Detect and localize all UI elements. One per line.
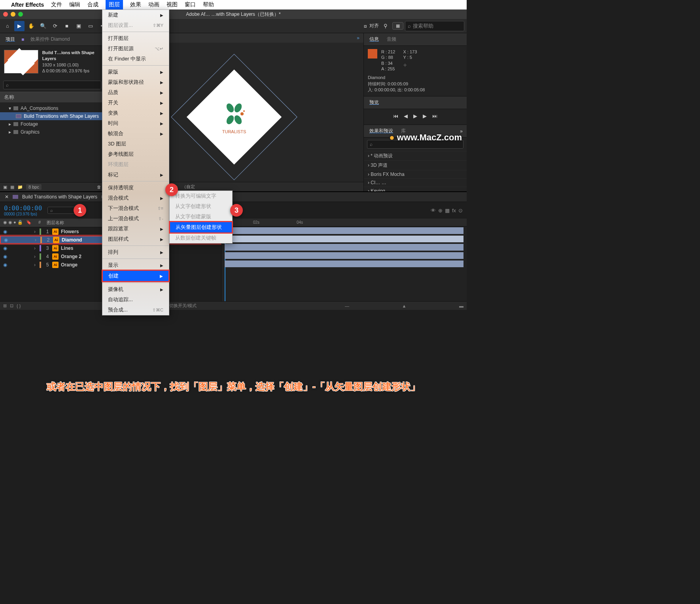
next-frame-icon[interactable]: ▶: [423, 113, 427, 119]
preset-item[interactable]: › Boris FX Mocha: [364, 170, 467, 178]
prev-frame-icon[interactable]: ◀: [404, 113, 408, 119]
folder-graphics[interactable]: ▸ Graphics: [0, 128, 104, 136]
orbit-tool[interactable]: ⟳: [50, 21, 60, 31]
close-button[interactable]: [3, 12, 8, 17]
menu-item-guide-layer[interactable]: 参考线图层: [102, 149, 169, 159]
submenu-shapes-from-vector[interactable]: 从矢量图层创建形状: [169, 221, 233, 233]
menu-item-mask[interactable]: 蒙版▶: [102, 67, 169, 77]
menu-item-next-blend[interactable]: 下一混合模式⇧=: [102, 203, 169, 213]
menu-item-open-layer[interactable]: 打开图层: [102, 33, 169, 43]
bpc-chip[interactable]: 8 bpc: [26, 184, 42, 190]
first-frame-icon[interactable]: ⏮: [393, 113, 398, 119]
graph-icon[interactable]: ⊙: [458, 208, 463, 213]
menu-item-3d-layer[interactable]: 3D 图层: [102, 139, 169, 149]
menu-view[interactable]: 视图: [166, 1, 178, 8]
menu-item-arrange[interactable]: 排列▶: [102, 247, 169, 257]
close-tab-icon[interactable]: ✕: [5, 194, 9, 200]
menu-item-markers[interactable]: 标记▶: [102, 170, 169, 180]
menu-item-camera[interactable]: 摄像机▶: [102, 284, 169, 294]
menu-item-autotrace[interactable]: 自动追踪...: [102, 294, 169, 305]
shy-icon[interactable]: 👁: [431, 208, 436, 213]
menu-item-layer-styles[interactable]: 图层样式▶: [102, 234, 169, 244]
toggle-switches-icon[interactable]: ⊞: [3, 303, 7, 308]
tab-effect-controls[interactable]: 效果控件 Diamond: [29, 35, 71, 43]
layer-bar[interactable]: [225, 236, 464, 242]
menu-edit[interactable]: 编辑: [69, 1, 80, 8]
layer-bar[interactable]: [225, 227, 464, 234]
menu-item-track-matte[interactable]: 跟踪遮罩▶: [102, 224, 169, 234]
hand-tool[interactable]: ✋: [26, 21, 36, 31]
composition-item[interactable]: Build Transitions with Shape Layers: [0, 112, 104, 120]
snap-icon[interactable]: ⧈: [364, 23, 367, 29]
visibility-toggle[interactable]: ◉: [4, 237, 11, 243]
preset-item[interactable]: › CI… …: [364, 178, 467, 187]
tab-project[interactable]: 项目: [4, 35, 17, 43]
help-search[interactable]: ⌕ 搜索帮助: [405, 21, 464, 31]
workspace-button[interactable]: ▦: [392, 22, 403, 30]
composition-thumbnail[interactable]: [4, 50, 38, 74]
menu-composition[interactable]: 合成: [87, 1, 98, 8]
visibility-toggle[interactable]: ◉: [3, 229, 10, 234]
minimize-button[interactable]: [11, 12, 15, 17]
fx-icon[interactable]: fx: [452, 208, 456, 213]
preset-item[interactable]: › * 动画预设: [364, 151, 467, 160]
menu-item-quality[interactable]: 品质▶: [102, 87, 169, 98]
selection-tool[interactable]: ▶: [14, 21, 25, 31]
project-search[interactable]: ⌕: [3, 81, 101, 89]
new-folder-icon[interactable]: 📁: [17, 185, 23, 190]
tab-preview[interactable]: 预览: [368, 98, 380, 107]
menu-item-transform[interactable]: 变换▶: [102, 108, 169, 118]
play-icon[interactable]: ▶: [413, 113, 417, 119]
timeline-tracks[interactable]: 02s 04s: [221, 219, 467, 301]
menu-effect[interactable]: 效果: [130, 1, 141, 8]
search-tool-icon[interactable]: ⚲: [380, 21, 391, 31]
time-ruler[interactable]: 02s 04s: [221, 219, 467, 226]
trash-icon[interactable]: 🗑: [97, 185, 101, 189]
quality-icon[interactable]: ▦: [445, 208, 450, 213]
pan-behind-tool[interactable]: ▣: [74, 21, 84, 31]
zoom-in-icon[interactable]: ▬: [459, 304, 464, 308]
menu-animation[interactable]: 动画: [148, 1, 159, 8]
menu-item-mask-shape[interactable]: 蒙版和形状路径▶: [102, 77, 169, 87]
menu-item-frame-blend[interactable]: 帧混合▶: [102, 128, 169, 139]
visibility-toggle[interactable]: ◉: [3, 262, 10, 268]
zoom-slider[interactable]: ▲: [402, 304, 407, 308]
rect-tool[interactable]: ▭: [85, 21, 96, 31]
menu-item-reveal[interactable]: 显示▶: [102, 260, 169, 270]
menu-layer[interactable]: 图层: [106, 0, 123, 9]
menu-item-create[interactable]: 创建▶: [102, 270, 169, 282]
collapse-icon[interactable]: ⊕: [438, 208, 443, 213]
home-icon[interactable]: ⌂: [2, 21, 13, 31]
menu-item-open-source[interactable]: 打开图层源⌥↵: [102, 43, 169, 54]
maximize-button[interactable]: [18, 12, 23, 17]
menu-item-precompose[interactable]: 预合成...⇧⌘C: [102, 305, 169, 315]
visibility-toggle[interactable]: ◉: [3, 254, 10, 259]
new-comp-icon[interactable]: ▦: [10, 185, 14, 190]
menu-help[interactable]: 帮助: [203, 1, 214, 8]
menu-item-preserve-transparency[interactable]: 保持透明度: [102, 183, 169, 193]
menu-item-reveal-finder[interactable]: 在 Finder 中显示: [102, 54, 169, 64]
visibility-toggle[interactable]: ◉: [3, 245, 10, 251]
align-label[interactable]: 对齐: [369, 23, 379, 29]
folder-footage[interactable]: ▸ Footage: [0, 120, 104, 128]
menu-file[interactable]: 文件: [51, 1, 62, 8]
preset-item[interactable]: › 3D 声道: [364, 160, 467, 170]
menu-item-blend-mode[interactable]: 混合模式▶: [102, 193, 169, 203]
tab-audio[interactable]: 音频: [385, 35, 398, 43]
resolution-dropdown[interactable]: （自定: [182, 184, 195, 190]
toggle-modes-icon[interactable]: ⊡: [10, 303, 13, 308]
zoom-tool[interactable]: 🔍: [38, 21, 48, 31]
layer-bar[interactable]: [225, 260, 464, 267]
menu-item-new[interactable]: 新建▶: [102, 10, 169, 20]
toggle-switches-label[interactable]: 切换开关/模式: [24, 303, 342, 309]
layer-bar[interactable]: [225, 244, 464, 251]
tab-info[interactable]: 信息: [368, 35, 380, 43]
menu-item-time[interactable]: 时间▶: [102, 118, 169, 128]
folder-compositions[interactable]: ▾ AA_Compositions: [0, 104, 104, 112]
timeline-comp-name[interactable]: Build Transitions with Shape Layers: [22, 194, 97, 200]
toggle-brackets-icon[interactable]: { }: [17, 304, 21, 308]
current-timecode[interactable]: 0:00:00:00: [4, 204, 42, 212]
menu-window[interactable]: 窗口: [185, 1, 196, 8]
last-frame-icon[interactable]: ⏭: [432, 113, 437, 119]
zoom-out-icon[interactable]: —: [345, 304, 349, 308]
